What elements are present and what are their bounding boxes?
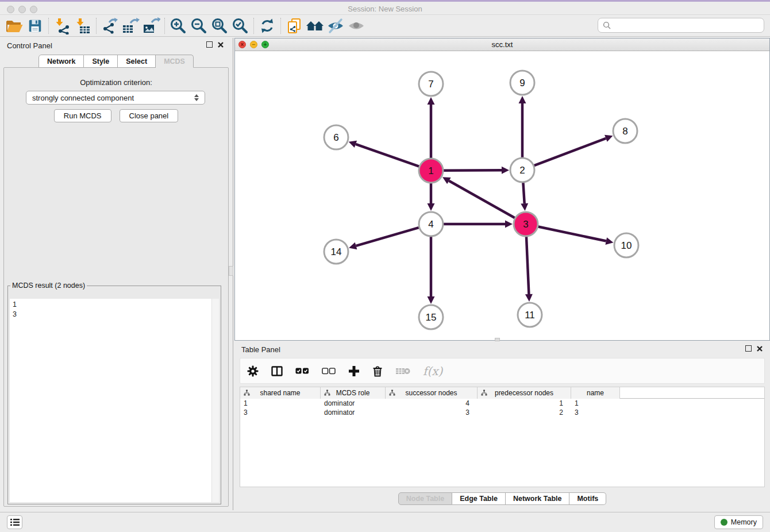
select-all-icon[interactable]	[295, 363, 309, 380]
node-2[interactable]: 2	[510, 158, 534, 182]
edge-3-11[interactable]	[525, 237, 533, 302]
tab-select[interactable]: Select	[118, 55, 156, 68]
task-history-button[interactable]	[7, 515, 22, 529]
edge-2-8[interactable]	[534, 135, 613, 165]
table-settings-gear-icon[interactable]	[247, 363, 259, 380]
delete-rows-trash-icon[interactable]	[372, 363, 383, 380]
memory-button[interactable]: Memory	[714, 515, 763, 529]
zoom-in-icon[interactable]	[168, 16, 188, 36]
hide-panel-eye-slash-icon[interactable]	[325, 16, 346, 36]
search-input[interactable]	[614, 21, 759, 30]
delete-table-icon[interactable]	[395, 363, 410, 380]
svg-text:4: 4	[428, 219, 433, 230]
table-cell-successor-nodes[interactable]: 4	[386, 399, 478, 408]
column-header-name[interactable]: name	[571, 387, 620, 399]
import-network-icon[interactable]	[52, 16, 72, 36]
node-8[interactable]: 8	[613, 119, 637, 143]
edge-1-6[interactable]	[349, 141, 419, 167]
export-image-icon[interactable]	[141, 16, 161, 36]
show-columns-icon[interactable]	[271, 363, 283, 380]
close-panel-icon[interactable]	[217, 41, 224, 48]
tab-node-table[interactable]: Node Table	[398, 492, 452, 505]
edge-1-7[interactable]	[428, 97, 435, 158]
table-cell-name[interactable]: 3	[571, 408, 620, 417]
table-cell-predecessor-nodes[interactable]: 1	[478, 399, 571, 408]
edge-4-14[interactable]	[349, 228, 419, 249]
search-box[interactable]	[598, 18, 764, 33]
mcds-result-text[interactable]: 1 3	[10, 299, 219, 502]
export-network-icon[interactable]	[99, 16, 120, 36]
column-header-successor-nodes[interactable]: successor nodes	[386, 387, 478, 399]
edge-1-4[interactable]	[428, 183, 435, 211]
add-row-plus-icon[interactable]	[348, 363, 360, 380]
control-panel-tabs: NetworkStyleSelectMCDS	[0, 55, 232, 68]
node-15[interactable]: 15	[419, 305, 443, 329]
node-3[interactable]: 3	[514, 212, 538, 236]
result-scrollbar[interactable]	[211, 299, 219, 502]
network-canvas[interactable]: 7968124314101511	[235, 51, 769, 341]
save-session-icon[interactable]	[25, 16, 45, 36]
zoom-selected-icon[interactable]	[230, 16, 251, 36]
column-header-mcds-role[interactable]: MCDS role	[321, 387, 386, 399]
new-network-from-selection-icon[interactable]	[284, 16, 305, 36]
node-4[interactable]: 4	[419, 212, 443, 236]
svg-text:11: 11	[525, 310, 535, 321]
export-table-icon[interactable]	[120, 16, 141, 36]
node-11[interactable]: 11	[518, 303, 542, 327]
close-table-panel-icon[interactable]	[756, 345, 763, 352]
node-7[interactable]: 7	[419, 72, 443, 96]
edge-4-15[interactable]	[428, 237, 435, 304]
table-row[interactable]: 3dominator323	[240, 408, 764, 417]
edge-4-3[interactable]	[444, 221, 513, 228]
tab-edge-table[interactable]: Edge Table	[452, 492, 506, 505]
table-panel: Table Panel f(x) shared nameMCDS role	[234, 342, 770, 510]
function-builder-icon[interactable]: f(x)	[423, 363, 442, 380]
node-14[interactable]: 14	[324, 240, 348, 264]
column-header-predecessor-nodes[interactable]: predecessor nodes	[478, 387, 571, 399]
node-6[interactable]: 6	[324, 125, 348, 149]
table-cell-mcds-role[interactable]: dominator	[321, 408, 386, 417]
edge-3-1[interactable]	[442, 177, 515, 218]
table-cell-mcds-role[interactable]: dominator	[321, 399, 386, 408]
home-view-icon[interactable]	[305, 16, 325, 36]
tab-mcds[interactable]: MCDS	[156, 55, 194, 68]
node-9[interactable]: 9	[510, 71, 534, 95]
edge-1-2[interactable]	[444, 167, 509, 174]
zoom-out-icon[interactable]	[188, 16, 209, 36]
close-panel-button[interactable]: Close panel	[120, 109, 179, 122]
criterion-dropdown[interactable]: strongly connected component	[26, 91, 205, 105]
refresh-view-icon[interactable]	[257, 16, 278, 36]
table-cell-shared-name[interactable]: 1	[240, 399, 321, 408]
network-window-titlebar[interactable]: × − + scc.txt	[235, 38, 769, 51]
import-table-icon[interactable]	[72, 16, 93, 36]
run-mcds-button[interactable]: Run MCDS	[54, 109, 111, 122]
table-cell-successor-nodes[interactable]: 3	[386, 408, 478, 417]
memory-button-label: Memory	[731, 518, 757, 526]
search-icon	[603, 21, 611, 29]
node-10[interactable]: 10	[614, 233, 638, 257]
column-header-shared-name[interactable]: shared name	[240, 387, 321, 399]
float-panel-icon[interactable]	[206, 41, 213, 48]
open-session-icon[interactable]	[4, 16, 25, 36]
tab-style[interactable]: Style	[84, 55, 118, 68]
tab-network-table[interactable]: Network Table	[506, 492, 570, 505]
list-icon	[10, 518, 20, 526]
tab-motifs[interactable]: Motifs	[569, 492, 606, 505]
deselect-all-icon[interactable]	[322, 363, 336, 380]
table-cell-predecessor-nodes[interactable]: 2	[478, 408, 571, 417]
svg-text:14: 14	[331, 246, 342, 257]
float-table-panel-icon[interactable]	[745, 345, 752, 352]
zoom-fit-icon[interactable]	[209, 16, 230, 36]
show-panel-eye-icon[interactable]	[346, 16, 367, 36]
tab-network[interactable]: Network	[38, 55, 84, 68]
horizontal-splitter-handle[interactable]	[495, 338, 500, 341]
table-row[interactable]: 1dominator411	[240, 399, 764, 408]
edge-3-10[interactable]	[538, 227, 614, 245]
table-toolbar: f(x)	[240, 358, 765, 384]
table-cell-shared-name[interactable]: 3	[240, 408, 321, 417]
edge-2-9[interactable]	[519, 96, 526, 157]
node-1[interactable]: 1	[419, 159, 443, 183]
edge-2-3[interactable]	[521, 183, 528, 211]
vertical-splitter-handle[interactable]	[229, 266, 233, 276]
table-cell-name[interactable]: 1	[571, 399, 620, 408]
